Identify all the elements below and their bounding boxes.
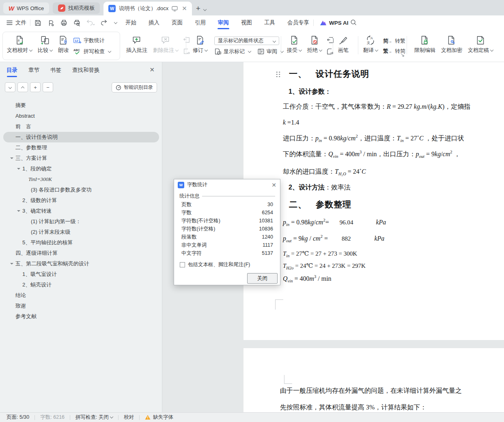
menu-开始[interactable]: 开始 — [119, 15, 142, 30]
insert-comment-button[interactable]: 插入批注 — [123, 32, 150, 60]
outline-item[interactable]: TinI=300K — [3, 174, 159, 185]
show-markup-icon — [214, 48, 222, 55]
print-preview-icon[interactable] — [73, 19, 81, 27]
to-traditional-button[interactable]: 简→ 转繁 — [383, 37, 405, 45]
menu-工具[interactable]: 工具 — [258, 15, 281, 30]
outline-item[interactable]: 一、设计任务说明 — [3, 132, 159, 142]
tab-document[interactable]: W 说明书（论文）.docx ✕ — [103, 2, 192, 15]
menu-审阅[interactable]: 审阅 — [212, 15, 235, 30]
spell-check-button[interactable]: ABC 拼写检查 — [73, 48, 111, 55]
expand-arrow-icon[interactable] — [10, 157, 13, 159]
word-count-indicator[interactable]: 字数: 6216 — [40, 414, 65, 421]
tab-wps-home[interactable]: W WPS Office — [3, 2, 49, 14]
outline-item[interactable]: 二、参数整理 — [3, 142, 159, 153]
next-change-icon[interactable] — [326, 48, 334, 55]
page-indicator[interactable]: 页面: 5/30 — [6, 414, 29, 421]
document-page-1[interactable]: 一、 设计任务说明 1、设计参数： 工作介质：干空气，其气体常数为：R = 29… — [243, 62, 504, 340]
dialog-titlebar[interactable]: W 字数统计 ✕ — [174, 179, 280, 190]
wps-ai-button[interactable]: WPS AI — [320, 15, 349, 30]
outline-item[interactable]: 摘要 — [3, 100, 159, 111]
proofing-button[interactable]: 校对 — [124, 414, 134, 421]
demote-button[interactable]: − — [43, 82, 53, 92]
print-icon[interactable] — [60, 19, 68, 27]
delete-comment-button[interactable]: 删除批注 — [150, 32, 181, 60]
group-expand-icon[interactable] — [401, 54, 405, 57]
file-menu[interactable]: 文件 — [6, 15, 26, 30]
outline-item[interactable]: 参考文献 — [3, 311, 159, 322]
document-page-2[interactable]: 由于一般压缩机均存在外漏气的问题，在未详细计算外漏气量之 先按照标准，其体积流量… — [243, 348, 504, 412]
pane-tab-书签[interactable]: 书签 — [50, 62, 61, 78]
outline-item[interactable]: (1) 计算缸内第一级： — [3, 216, 159, 227]
redo-icon[interactable] — [100, 19, 108, 26]
expand-arrow-icon[interactable] — [17, 210, 20, 212]
expand-arrow-icon[interactable] — [17, 168, 20, 170]
tab-docer-templates[interactable]: 找稻壳模板 — [53, 2, 100, 14]
menu-页面[interactable]: 页面 — [166, 15, 189, 30]
track-changes-button[interactable]: 修订 — [190, 32, 210, 60]
next-comment-icon[interactable] — [183, 48, 191, 55]
prev-comment-icon[interactable] — [183, 37, 191, 44]
outline-item[interactable]: 2、级数的计算 — [3, 195, 159, 206]
drag-handle-icon[interactable] — [276, 71, 281, 78]
review-pane-button[interactable]: 审阅 — [257, 48, 283, 55]
outline-item[interactable]: 1、段的确定 — [3, 164, 159, 174]
expand-all-button[interactable] — [17, 82, 28, 92]
outline-item[interactable]: Abstract — [3, 111, 159, 121]
follow-mode-icon[interactable] — [172, 6, 178, 11]
outline-item[interactable]: 3、确定转速 — [3, 206, 159, 216]
outline-item[interactable]: 5、平均轴径比的核算 — [3, 237, 159, 248]
close-dialog-button[interactable]: 关闭 — [247, 273, 278, 284]
missing-font-warning[interactable]: 缺失字体 — [145, 414, 173, 421]
outline-item[interactable]: 三、方案计算 — [3, 153, 159, 164]
search-icon[interactable] — [350, 19, 357, 26]
menu-插入[interactable]: 插入 — [142, 15, 166, 30]
accept-button[interactable]: 接受 — [284, 32, 304, 60]
outline-item[interactable]: 致谢 — [3, 301, 159, 311]
word-count-button[interactable]: 12 字数统计 — [73, 37, 111, 44]
checkbox-label: 包括文本框、脚注和尾注(F) — [188, 261, 250, 268]
writer-doc-icon: W — [178, 182, 184, 188]
pane-tab-目录[interactable]: 目录 — [6, 62, 17, 78]
quickbar-caret-icon[interactable] — [114, 21, 117, 24]
outline-item[interactable]: (2) 计算末段末级 — [3, 227, 159, 237]
outline-item[interactable]: 前 言 — [3, 121, 159, 132]
include-footnotes-checkbox[interactable]: 包括文本框、脚注和尾注(F) — [180, 261, 250, 268]
spellcheck-toggle[interactable]: 拼写检查: 关闭 — [75, 414, 113, 421]
ink-pen-button[interactable]: 画笔 — [335, 32, 351, 60]
outline-item[interactable]: 2、蜗壳设计 — [3, 280, 159, 290]
promote-button[interactable]: + — [30, 82, 41, 92]
expand-arrow-icon[interactable] — [10, 263, 13, 265]
collapse-all-button[interactable] — [5, 82, 15, 92]
menu-引用[interactable]: 引用 — [189, 15, 212, 30]
encrypt-button[interactable]: 文档加密 — [438, 32, 465, 60]
new-tab-button[interactable]: + — [196, 4, 200, 13]
outline-item[interactable]: 结论 — [3, 290, 159, 301]
menu-视图[interactable]: 视图 — [235, 15, 258, 30]
undo-icon[interactable] — [86, 19, 95, 26]
pane-tab-查找和替换[interactable]: 查找和替换 — [72, 62, 100, 78]
translate-button[interactable]: A文 翻译 — [360, 32, 381, 60]
dialog-close-icon[interactable]: ✕ — [271, 182, 276, 188]
export-pdf-icon[interactable] — [47, 19, 55, 27]
reject-button[interactable]: 拒绝 — [304, 32, 325, 60]
finalize-button[interactable]: 文档定稿 — [465, 32, 496, 60]
prev-change-icon[interactable] — [326, 37, 334, 44]
doc-proof-button[interactable]: a 文档校对 — [4, 32, 35, 60]
outline-item[interactable]: 五、第二段吸气室和蜗壳的设计 — [3, 258, 159, 269]
checkbox-icon[interactable] — [180, 262, 185, 267]
close-tab-icon[interactable]: ✕ — [182, 5, 187, 12]
menu-会员专享[interactable]: 会员专享 — [281, 15, 315, 30]
close-pane-icon[interactable]: ✕ — [149, 66, 155, 73]
read-aloud-button[interactable]: 朗读 — [55, 32, 71, 60]
compare-button[interactable]: 比较 — [35, 32, 55, 60]
outline-item[interactable]: (3) 各段进口参数及多变功 — [3, 185, 159, 195]
save-icon[interactable] — [34, 19, 42, 27]
markup-state-dropdown[interactable]: 显示标记的最终状态 — [214, 37, 279, 45]
restrict-editing-button[interactable]: 限制编辑 — [411, 32, 438, 60]
pane-tab-章节[interactable]: 章节 — [28, 62, 39, 78]
show-markup-button[interactable]: 显示标记 — [214, 48, 251, 55]
tab-list-caret-icon[interactable] — [203, 8, 207, 11]
outline-item[interactable]: 四、逐级详细计算 — [3, 248, 159, 258]
smart-toc-button[interactable]: 智能识别目录 — [112, 82, 157, 93]
outline-item[interactable]: 1、吸气室设计 — [3, 269, 159, 280]
